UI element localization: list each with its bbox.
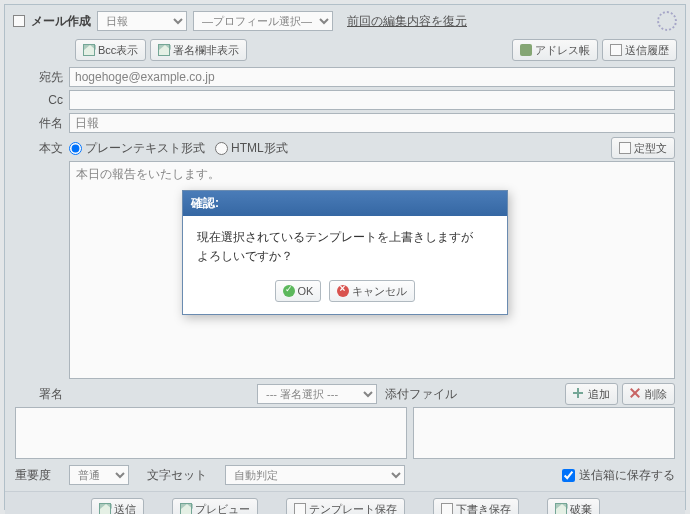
confirm-dialog: 確認: 現在選択されているテンプレートを上書きしますが よろしいですか？ OK … xyxy=(182,190,508,315)
dialog-body: 現在選択されているテンプレートを上書きしますが よろしいですか？ xyxy=(183,216,507,274)
ok-button[interactable]: OK xyxy=(275,280,322,302)
close-icon xyxy=(337,285,349,297)
modal-overlay: 確認: 現在選択されているテンプレートを上書きしますが よろしいですか？ OK … xyxy=(0,0,690,514)
dialog-title: 確認: xyxy=(183,191,507,216)
dialog-actions: OK キャンセル xyxy=(183,274,507,314)
dialog-message-line2: よろしいですか？ xyxy=(197,247,493,266)
check-icon xyxy=(283,285,295,297)
cancel-button[interactable]: キャンセル xyxy=(329,280,415,302)
dialog-message-line1: 現在選択されているテンプレートを上書きしますが xyxy=(197,228,493,247)
